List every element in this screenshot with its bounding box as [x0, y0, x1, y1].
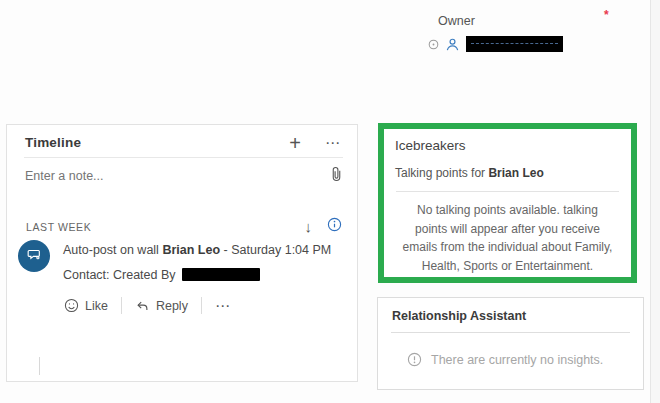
icebreakers-content: Icebreakers Talking points for Brian Leo…: [384, 129, 631, 275]
timeline-more-menu-button[interactable]: ⋯: [325, 136, 341, 150]
post-text: Auto-post on wall: [63, 243, 159, 257]
owner-field-label: Owner: [438, 14, 475, 28]
relationship-assistant-panel: Relationship Assistant There are current…: [377, 297, 644, 390]
reply-arrow-icon: [135, 299, 150, 313]
add-timeline-record-button[interactable]: +: [289, 136, 301, 150]
owner-value-redacted[interactable]: [466, 36, 563, 52]
relationship-assistant-title: Relationship Assistant: [378, 298, 643, 332]
timeline-connector-line: [39, 357, 40, 375]
post-more-menu-button[interactable]: ⋯: [215, 299, 231, 313]
talking-points-prefix: Talking points for: [395, 166, 485, 180]
icebreakers-panel-highlighted: Icebreakers Talking points for Brian Leo…: [378, 123, 637, 283]
icebreakers-empty-message: No talking points available. talking poi…: [395, 201, 620, 275]
chat-bubble-gear-icon: [26, 246, 43, 267]
scroll-rail[interactable]: [650, 0, 660, 403]
no-insights-message: There are currently no insights.: [431, 353, 603, 367]
post-timestamp: Saturday 1:04 PM: [231, 243, 331, 257]
note-row: [7, 158, 357, 195]
reply-label: Reply: [156, 299, 188, 313]
lock-icon: [428, 39, 439, 50]
talking-points-subtitle: Talking points for Brian Leo: [395, 166, 620, 180]
timeline-header: Timeline + ⋯: [7, 125, 357, 157]
timeline-title: Timeline: [25, 135, 289, 150]
info-icon[interactable]: [327, 217, 342, 236]
timeline-post: Auto-post on wall Brian Leo - Saturday 1…: [7, 236, 357, 282]
timeline-group-row: LAST WEEK ↓: [7, 195, 357, 236]
timeline-panel: Timeline + ⋯ LAST WEEK ↓: [6, 124, 358, 382]
reply-button[interactable]: Reply: [135, 299, 188, 313]
person-icon: [445, 37, 460, 52]
redaction-line: [471, 43, 558, 44]
note-input[interactable]: [25, 169, 330, 183]
alert-circle-icon: [407, 352, 422, 367]
post-subject-link[interactable]: Brian Leo: [162, 243, 220, 257]
post-actions: Like Reply ⋯: [64, 297, 357, 314]
no-insights-row: There are currently no insights.: [378, 333, 643, 367]
icebreakers-title: Icebreakers: [395, 138, 620, 153]
smiley-icon: [64, 298, 79, 313]
auto-post-avatar: [18, 240, 50, 272]
paperclip-icon[interactable]: [330, 166, 343, 186]
post-headline: Auto-post on wall Brian Leo - Saturday 1…: [63, 243, 331, 257]
post-detail: Contact: Created By: [63, 268, 331, 282]
like-label: Like: [85, 299, 108, 313]
post-body: Auto-post on wall Brian Leo - Saturday 1…: [63, 240, 331, 282]
crm-contact-page: Owner * Timeline + ⋯ LAST WEEK ↓: [0, 0, 660, 403]
talking-points-name: Brian Leo: [488, 166, 543, 180]
sort-descending-icon[interactable]: ↓: [305, 218, 313, 235]
divider: [121, 297, 122, 314]
created-by-redacted: [182, 268, 260, 281]
divider: [201, 297, 202, 314]
required-asterisk: *: [604, 8, 609, 22]
divider: [396, 191, 619, 192]
like-button[interactable]: Like: [64, 298, 108, 313]
post-detail-text: Contact: Created By: [63, 268, 176, 282]
timeline-group-label: LAST WEEK: [26, 221, 305, 233]
post-separator: -: [224, 243, 228, 257]
owner-field-value-row: [428, 36, 563, 52]
